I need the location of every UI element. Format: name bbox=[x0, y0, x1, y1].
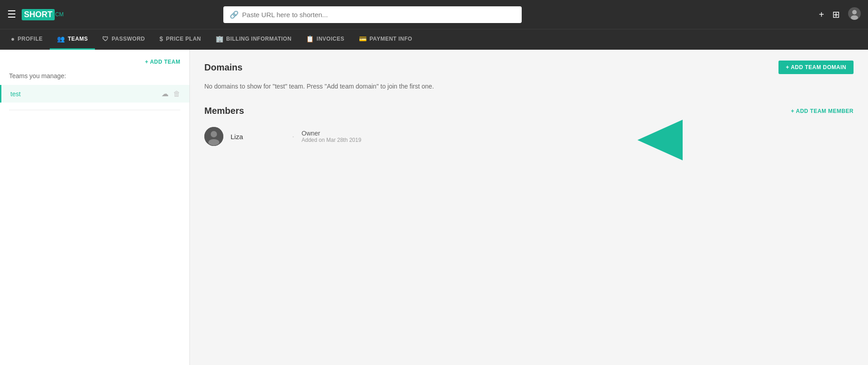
svg-point-2 bbox=[851, 15, 858, 20]
svg-point-1 bbox=[852, 10, 857, 14]
tab-teams-label: TEAMS bbox=[68, 36, 88, 42]
tab-billing-label: BILLING INFORMATION bbox=[226, 36, 292, 42]
password-icon: 🛡 bbox=[102, 35, 109, 42]
avatar bbox=[204, 127, 223, 146]
grid-button[interactable]: ⊞ bbox=[832, 9, 840, 20]
header-actions: + ⊞ bbox=[819, 7, 861, 22]
tab-price-label: PRICE PLAN bbox=[166, 36, 201, 42]
logo-cm: CM bbox=[55, 11, 64, 18]
tab-billing[interactable]: 🏢 BILLING INFORMATION bbox=[208, 29, 299, 50]
member-added-date: Added on Mar 28th 2019 bbox=[302, 137, 361, 143]
nav-tabs: ● PROFILE 👥 TEAMS 🛡 PASSWORD $ PRICE PLA… bbox=[0, 29, 868, 50]
domains-empty-message: No domains to show for "test" team. Pres… bbox=[204, 81, 854, 91]
team-name: test bbox=[10, 90, 21, 98]
tab-price-plan[interactable]: $ PRICE PLAN bbox=[152, 29, 208, 50]
teams-icon: 👥 bbox=[57, 35, 65, 42]
header: ☰ SHORT CM 🔗 + ⊞ bbox=[0, 0, 868, 29]
divider bbox=[9, 110, 180, 110]
hamburger-icon[interactable]: ☰ bbox=[7, 9, 16, 20]
add-team-section: + ADD TEAM bbox=[0, 59, 189, 72]
domains-title: Domains bbox=[204, 62, 242, 73]
svg-point-4 bbox=[211, 131, 217, 137]
tab-password[interactable]: 🛡 PASSWORD bbox=[95, 29, 152, 50]
team-item[interactable]: test ☁ 🗑 bbox=[0, 85, 189, 103]
delete-icon[interactable]: 🗑 bbox=[173, 90, 180, 98]
payment-icon: 💳 bbox=[359, 35, 367, 42]
member-role: Owner bbox=[302, 130, 361, 137]
tab-password-label: PASSWORD bbox=[112, 36, 145, 42]
profile-icon: ● bbox=[11, 35, 15, 42]
add-team-member-button[interactable]: + ADD TEAM MEMBER bbox=[791, 108, 854, 114]
tab-invoices-label: INVOICES bbox=[316, 36, 344, 42]
teams-label: Teams you manage: bbox=[0, 72, 189, 85]
billing-icon: 🏢 bbox=[216, 35, 224, 42]
svg-point-5 bbox=[208, 139, 219, 145]
add-button[interactable]: + bbox=[819, 9, 824, 20]
right-panel: Domains + ADD TEAM DOMAIN No domains to … bbox=[190, 50, 868, 365]
tab-profile-label: PROFILE bbox=[18, 36, 43, 42]
tab-invoices[interactable]: 📋 INVOICES bbox=[299, 29, 352, 50]
members-header: Members + ADD TEAM MEMBER bbox=[204, 106, 854, 116]
team-actions: ☁ 🗑 bbox=[161, 89, 180, 98]
members-title: Members bbox=[204, 106, 244, 116]
tab-teams[interactable]: 👥 TEAMS bbox=[50, 29, 95, 50]
arrow-annotation bbox=[637, 120, 678, 156]
logo: SHORT CM bbox=[22, 9, 64, 20]
member-row: Liza · Owner Added on Mar 28th 2019 bbox=[204, 123, 854, 150]
tab-payment[interactable]: 💳 PAYMENT INFO bbox=[352, 29, 420, 50]
logo-box: SHORT bbox=[22, 9, 55, 20]
members-section: Members + ADD TEAM MEMBER Liza · Owner A… bbox=[204, 106, 854, 150]
add-team-domain-button[interactable]: + ADD TEAM DOMAIN bbox=[778, 61, 854, 74]
tab-payment-label: PAYMENT INFO bbox=[369, 36, 412, 42]
tab-profile[interactable]: ● PROFILE bbox=[4, 29, 50, 50]
member-role-info: Owner Added on Mar 28th 2019 bbox=[302, 130, 361, 143]
link-icon: 🔗 bbox=[230, 10, 239, 19]
member-name: Liza bbox=[231, 133, 285, 140]
user-button[interactable] bbox=[848, 7, 861, 22]
invoices-icon: 📋 bbox=[306, 35, 314, 42]
main-content: + ADD TEAM Teams you manage: test ☁ 🗑 Do… bbox=[0, 50, 868, 365]
left-panel: + ADD TEAM Teams you manage: test ☁ 🗑 bbox=[0, 50, 190, 365]
member-separator: · bbox=[292, 132, 294, 141]
price-icon: $ bbox=[160, 35, 163, 42]
svg-marker-6 bbox=[637, 120, 683, 160]
search-input[interactable] bbox=[223, 6, 522, 23]
domains-header: Domains + ADD TEAM DOMAIN bbox=[204, 61, 854, 74]
search-bar: 🔗 bbox=[223, 6, 522, 23]
add-team-button[interactable]: + ADD TEAM bbox=[145, 59, 180, 65]
cloud-icon[interactable]: ☁ bbox=[161, 89, 169, 98]
